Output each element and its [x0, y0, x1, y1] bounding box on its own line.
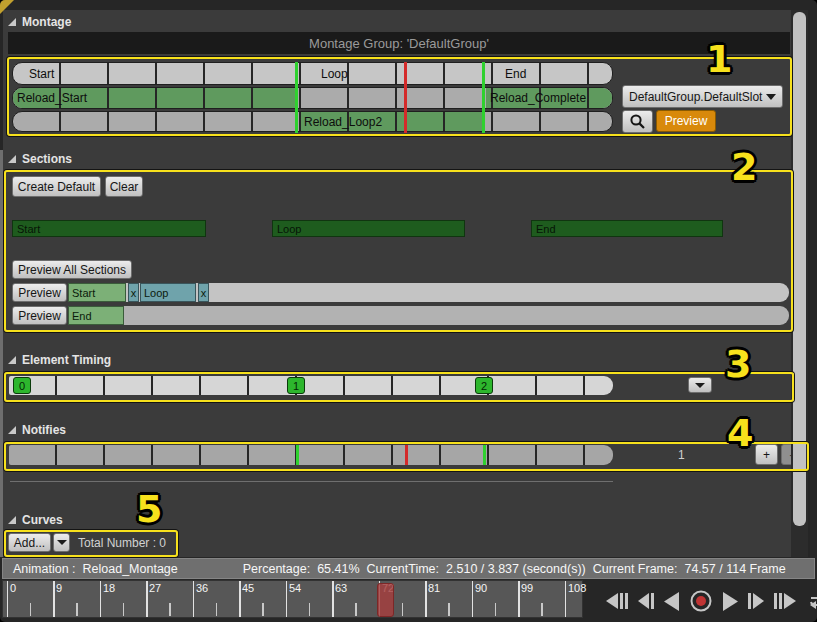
clear-button[interactable]: Clear	[105, 176, 143, 197]
timing-marker-0[interactable]: 0	[13, 377, 31, 394]
slot-track-row-2[interactable]: Reload_Loop2	[12, 111, 613, 132]
play-reverse-icon	[663, 591, 680, 612]
scrollbar-thumb[interactable]	[793, 12, 806, 526]
section-bar-end[interactable]: End	[531, 220, 723, 237]
annotation-number-5: 5	[136, 490, 162, 528]
preview-all-sections-button[interactable]: Preview All Sections	[12, 260, 132, 279]
ruler-tick-label: 81	[428, 582, 440, 594]
animation-label: Animation :	[13, 562, 76, 576]
preview-chain-2-button[interactable]: Preview	[12, 306, 67, 325]
status-bar: Animation : Reload_Montage Percentage: 6…	[2, 558, 815, 579]
curves-total-label: Total Number : 0	[78, 536, 166, 550]
slot-dropdown[interactable]: DefaultGroup.DefaultSlot	[622, 85, 783, 108]
loop-toggle-button[interactable]	[807, 593, 817, 610]
ruler-tick-label: 90	[475, 582, 487, 594]
chain-chip-start[interactable]: Start	[68, 283, 126, 302]
notify-marker-green[interactable]	[296, 445, 299, 465]
timeline-ruler[interactable]: 0 9 18 27 36 45 54 63 72 81 90 99 108	[2, 580, 583, 618]
loop-icon	[807, 593, 817, 610]
remove-chip-label: x	[201, 287, 207, 299]
chain-chip-end[interactable]: End	[68, 306, 124, 325]
section-bar-start[interactable]: Start	[12, 220, 206, 237]
notify-track[interactable]	[9, 445, 613, 465]
section-marker-red[interactable]	[404, 62, 407, 133]
skip-to-front-icon	[604, 592, 628, 610]
skip-to-front-button[interactable]	[604, 592, 628, 610]
search-slot-button[interactable]	[622, 110, 653, 133]
notify-marker-green[interactable]	[483, 445, 486, 465]
expander-arrow-icon	[8, 426, 16, 434]
record-button[interactable]	[689, 589, 713, 613]
preview-chain-1-button[interactable]: Preview	[12, 283, 67, 302]
chevron-down-icon	[57, 540, 67, 545]
add-curve-dropdown-button[interactable]	[53, 533, 70, 552]
create-default-button[interactable]: Create Default	[12, 176, 101, 197]
chevron-down-icon	[766, 94, 776, 100]
play-forward-icon	[722, 591, 739, 612]
sections-section-header[interactable]: Sections	[8, 152, 72, 166]
step-forward-icon	[748, 592, 765, 610]
preview-chain-2-bar	[68, 306, 789, 325]
montage-section-header[interactable]: Montage	[8, 15, 71, 29]
montage-group-title: Montage Group: 'DefaultGroup'	[309, 36, 489, 51]
timing-marker-1[interactable]: 1	[287, 377, 305, 394]
preview-label: Preview	[18, 286, 61, 300]
notifies-section-header[interactable]: Notifies	[8, 423, 66, 437]
chain-chip-loop-label: Loop	[144, 287, 168, 299]
add-curve-button[interactable]: Add...	[8, 533, 51, 552]
timing-options-dropdown[interactable]	[688, 377, 712, 393]
remove-chip-button[interactable]: x	[128, 283, 139, 302]
segment-label-reload-start: Reload_Start	[17, 91, 87, 105]
add-notify-track-button[interactable]: +	[755, 444, 778, 465]
panel-splitter[interactable]	[0, 150, 3, 557]
record-icon	[689, 589, 713, 613]
play-forward-button[interactable]	[722, 591, 739, 612]
chain-chip-start-label: Start	[72, 287, 95, 299]
section-node-start[interactable]: Start	[29, 67, 54, 81]
section-divider	[10, 481, 613, 482]
step-forward-button[interactable]	[748, 592, 765, 610]
current-frame-value: 74.57 / 114 Frame	[684, 562, 785, 576]
montage-header-label: Montage	[22, 15, 71, 29]
montage-preview-button[interactable]: Preview	[656, 110, 716, 132]
remove-chip-button[interactable]: x	[198, 283, 209, 302]
chevron-down-icon	[695, 383, 705, 388]
element-timing-track[interactable]	[9, 376, 613, 395]
current-time-label: CurrentTime:	[367, 562, 439, 576]
current-frame-label: Current Frame:	[593, 562, 678, 576]
percentage-value: 65.41%	[317, 562, 359, 576]
section-node-end[interactable]: End	[505, 67, 526, 81]
chain-chip-loop[interactable]: Loop	[140, 283, 196, 302]
current-time-value: 2.510 / 3.837 (second(s))	[446, 562, 586, 576]
slot-track-row-1[interactable]: Reload_Start Reload_Complete	[12, 87, 613, 109]
section-track-row[interactable]: Start Loop End	[12, 62, 613, 85]
expander-arrow-icon	[8, 516, 16, 524]
clear-label: Clear	[110, 180, 139, 194]
notify-marker-red[interactable]	[405, 445, 408, 465]
ruler-tick-label: 0	[10, 582, 16, 594]
expander-arrow-icon	[8, 356, 16, 364]
expander-arrow-icon	[8, 18, 16, 26]
timing-marker-2[interactable]: 2	[475, 377, 493, 394]
section-marker-green[interactable]	[482, 62, 485, 133]
section-marker-green[interactable]	[295, 62, 298, 133]
ruler-tick-label: 63	[335, 582, 347, 594]
expander-arrow-icon	[8, 155, 16, 163]
section-bar-end-label: End	[536, 223, 556, 235]
ruler-tick-label: 99	[521, 582, 533, 594]
chain-chip-end-label: End	[72, 310, 92, 322]
section-node-loop[interactable]: Loop	[321, 67, 348, 81]
step-backward-button[interactable]	[637, 592, 654, 610]
vertical-scrollbar[interactable]	[791, 10, 808, 557]
element-timing-section-header[interactable]: Element Timing	[8, 353, 111, 367]
playhead-scrubber[interactable]	[377, 583, 394, 617]
ruler-tick-label: 36	[196, 582, 208, 594]
preview-label: Preview	[18, 309, 61, 323]
section-bar-loop[interactable]: Loop	[272, 220, 465, 237]
skip-to-end-button[interactable]	[774, 592, 798, 610]
curves-section-header[interactable]: Curves	[8, 513, 63, 527]
play-reverse-button[interactable]	[663, 591, 680, 612]
ruler-tick-label: 18	[103, 582, 115, 594]
corner-fold-icon	[0, 0, 14, 14]
element-timing-header-label: Element Timing	[22, 353, 111, 367]
